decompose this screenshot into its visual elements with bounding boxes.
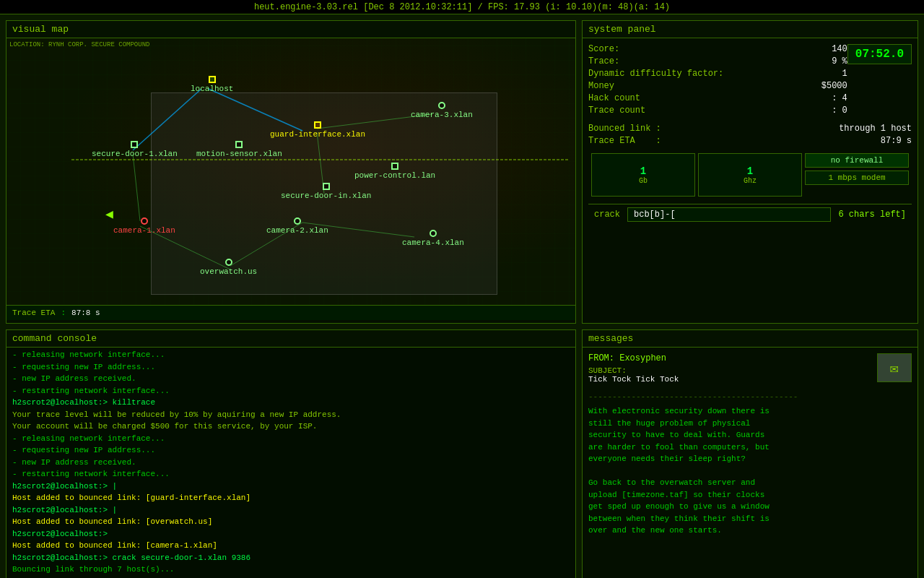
map-container[interactable]: LOCATION: RYNH CORP. SECURE COMPOUND — [6, 38, 575, 320]
console-line: - requesting new IP address... — [12, 361, 570, 374]
node-overwatch[interactable]: overwatch.us — [200, 259, 257, 276]
bounced-link-val: through 1 host — [839, 124, 912, 134]
visual-map-title: visual map — [6, 21, 575, 38]
console-output[interactable]: - releasing network interface... - reque… — [6, 348, 575, 578]
node-camera3[interactable]: camera-3.xlan — [411, 102, 473, 119]
message-icon: ✉ — [877, 353, 912, 382]
console-line: h2scrot2@localhost:> killtrace — [12, 397, 570, 409]
visual-map-panel: visual map LOCATION: RYNH CORP. SECURE C… — [6, 20, 576, 324]
messages-title: messages — [583, 330, 918, 348]
money-key: Money — [588, 81, 656, 91]
cpu-card: 1 Ghz — [698, 153, 802, 197]
map-location: LOCATION: RYNH CORP. SECURE COMPOUND — [9, 41, 149, 48]
map-cursor: ◀ — [105, 206, 113, 222]
messages-panel: messages ✉ FROM: Exosyphen SUBJECT: Tick… — [582, 329, 918, 578]
console-line: h2scrot2@localhost:> — [12, 528, 570, 540]
message-from: FROM: Exosyphen — [588, 353, 912, 363]
ram-value: 1 — [640, 165, 646, 177]
node-secure-door-in[interactable]: secure-door-in.xlan — [281, 183, 371, 200]
hack-count-val: : 4 — [832, 93, 847, 103]
console-line: Bouncing link through 7 host(s)... — [12, 564, 570, 576]
node-guard-interface[interactable]: guard-interface.xlan — [270, 121, 365, 139]
node-camera4[interactable]: camera-4.xlan — [402, 230, 464, 247]
console-line: h2scrot2@localhost:> | — [12, 480, 570, 493]
trace-val: 9 % — [832, 56, 847, 66]
messages-content: ✉ FROM: Exosyphen SUBJECT: Tick Tock Tic… — [583, 348, 918, 578]
crack-value: bcb[b]-[ — [627, 207, 831, 222]
console-line: - new IP address received. — [12, 373, 570, 385]
score-key: Score: — [588, 44, 619, 54]
system-panel: system panel Score: 140 Trace: 9 % Dynam… — [582, 20, 918, 324]
top-bar-text: heut.engine-3.03.rel [Dec 8 2012.10:32:1… — [254, 2, 670, 12]
node-camera2[interactable]: camera-2.xlan — [266, 217, 328, 235]
command-console-title: command console — [6, 330, 575, 348]
trace-key: Trace: — [588, 56, 619, 66]
trace-eta-value: 87:8 s — [71, 309, 100, 317]
crack-section: crack bcb[b]-[ 6 chars left] — [588, 204, 912, 225]
console-line: - restarting network interface... — [12, 385, 570, 397]
message-subject: Tick Tock Tick Tock — [588, 375, 912, 384]
message-body: With electronic security down there is s… — [588, 405, 912, 537]
money-val: $5000 — [821, 81, 847, 91]
ram-unit: Gb — [639, 177, 648, 185]
bounced-link-key: Bounced link : — [588, 124, 661, 134]
cpu-unit: Ghz — [744, 177, 757, 185]
ram-card: 1 Gb — [591, 153, 695, 197]
firewall-badge: no firewall — [805, 153, 909, 168]
trace-count-val: : 0 — [832, 105, 847, 116]
console-line: - requesting new IP address... — [12, 444, 570, 457]
modem-badge: 1 mbps modem — [805, 171, 909, 185]
node-secure-door1[interactable]: secure-door-1.xlan — [92, 141, 178, 158]
score-val: 140 — [832, 44, 847, 54]
trace-count-key: Trace count — [588, 105, 645, 116]
top-bar: heut.engine-3.03.rel [Dec 8 2012.10:32:1… — [0, 0, 924, 14]
console-line: cracking: secure-door-1.xlan[port : 9386… — [12, 576, 570, 579]
trace-eta-label: Trace ETA — [12, 309, 55, 317]
node-power-control[interactable]: power-control.lan — [354, 163, 435, 180]
console-line: - new IP address received. — [12, 457, 570, 469]
hardware-section: 1 Gb 1 Ghz no firewall 1 mbps modem — [588, 153, 912, 197]
console-line: Host added to bounced link: [overwatch.u… — [12, 516, 570, 528]
console-line: Your trace level will be reduced by 10% … — [12, 409, 570, 421]
console-line: Host added to bounced link: [guard-inter… — [12, 492, 570, 504]
system-panel-title: system panel — [583, 21, 918, 38]
message-divider: ----------------------------------------… — [588, 392, 912, 401]
message-subject-label: SUBJECT: — [588, 366, 912, 375]
crack-label: crack — [594, 210, 620, 220]
trace-eta-bar: Trace ETA : 87:8 s — [6, 305, 575, 320]
console-line: - releasing network interface... — [12, 349, 570, 361]
timer-display: 07:52.0 — [847, 44, 912, 64]
command-console-panel: command console - releasing network inte… — [6, 329, 576, 578]
console-line: h2scrot2@localhost:> | — [12, 504, 570, 517]
ddf-val: 1 — [842, 69, 847, 79]
console-line: - restarting network interface... — [12, 468, 570, 480]
console-line: Your account will be charged $500 for th… — [12, 420, 570, 433]
crack-chars: 6 chars left] — [838, 210, 906, 220]
hack-count-key: Hack count — [588, 93, 640, 103]
console-line: h2scrot2@localhost:> crack secure-door-1… — [12, 552, 570, 564]
console-line: - releasing network interface... — [12, 433, 570, 445]
node-localhost[interactable]: localhost — [191, 76, 233, 93]
trace-eta-colon: : — [61, 309, 66, 317]
sys-trace-eta-val: 87:9 s — [881, 136, 912, 146]
node-camera1[interactable]: camera-1.xlan — [113, 217, 175, 235]
sys-trace-eta-key: Trace ETA : — [588, 136, 661, 146]
ddf-key: Dynamic difficulty factor: — [588, 69, 723, 79]
console-line: Host added to bounced link: [camera-1.xl… — [12, 540, 570, 552]
cpu-value: 1 — [747, 165, 753, 177]
node-motion-sensor[interactable]: motion-sensor.xlan — [196, 141, 282, 158]
